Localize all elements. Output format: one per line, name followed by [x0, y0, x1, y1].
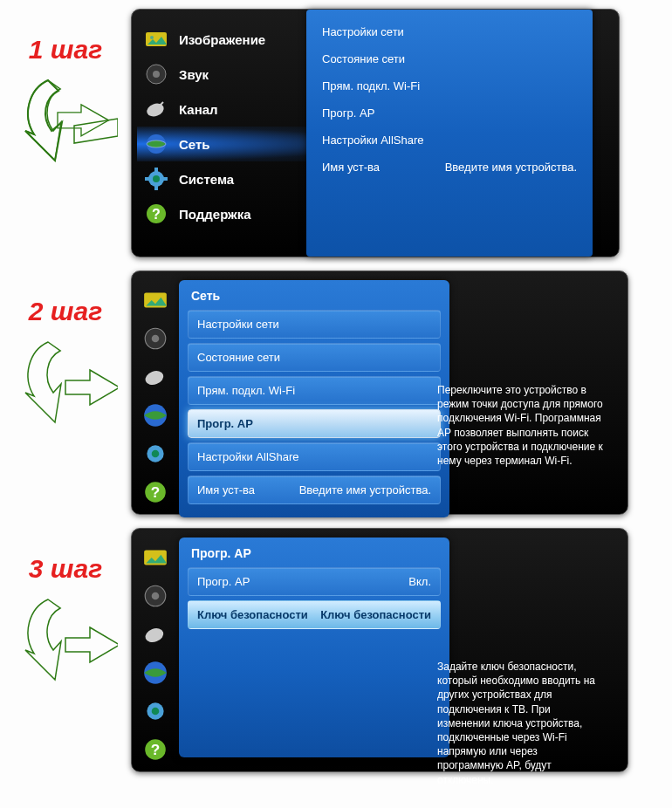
picture-icon	[144, 27, 168, 51]
side-menu-icons: ?	[142, 287, 174, 517]
globe-icon	[144, 132, 168, 156]
submenu-item-device[interactable]: Имя уст-ва Введите имя устройства.	[322, 161, 577, 174]
svg-point-4	[150, 36, 154, 39]
help-text: Переключите это устройство в режим точки…	[437, 383, 603, 468]
step-1-label: 1 шаг	[0, 35, 131, 65]
network-panel: Сеть Настройки сети Состояние сети Прям.…	[179, 280, 449, 517]
panel-title: Сеть	[191, 289, 441, 303]
menu-item-picture[interactable]: Изображение	[144, 22, 319, 57]
svg-text:?: ?	[152, 207, 161, 222]
row-softap-toggle[interactable]: Прогр. AP Вкл.	[188, 567, 441, 596]
submenu-item[interactable]: Настройки AllShare	[322, 134, 577, 147]
row-device-name[interactable]: Имя уст-ва Введите имя устройства.	[188, 476, 441, 504]
arrow-icon	[13, 335, 118, 431]
submenu-item[interactable]: Состояние сети	[322, 52, 577, 65]
svg-rect-16	[162, 177, 168, 181]
speaker-icon	[144, 62, 168, 86]
menu-item-support[interactable]: ? Поддержка	[144, 196, 319, 231]
globe-icon[interactable]	[142, 660, 168, 686]
svg-point-23	[143, 368, 165, 387]
submenu-item[interactable]: Прям. подкл. Wi-Fi	[322, 79, 577, 92]
row-security-key[interactable]: Ключ безопасности Ключ безопасности	[188, 600, 441, 629]
arrow-icon	[13, 592, 118, 688]
gear-icon[interactable]	[142, 441, 168, 467]
svg-point-32	[152, 592, 160, 600]
side-menu-icons: ?	[142, 544, 174, 775]
picture-icon[interactable]	[142, 544, 168, 571]
svg-rect-15	[145, 177, 150, 181]
row-soft-ap[interactable]: Прогр. AP	[188, 409, 441, 438]
svg-text:?: ?	[151, 483, 160, 501]
svg-text:?: ?	[151, 741, 160, 758]
speaker-icon[interactable]	[142, 325, 168, 352]
softap-panel: Прогр. AP Прогр. AP Вкл. Ключ безопаснос…	[179, 538, 449, 757]
svg-rect-13	[154, 168, 158, 173]
question-icon[interactable]: ?	[142, 736, 168, 763]
picture-icon[interactable]	[142, 287, 168, 313]
tv-screen-1: Изображение Звук Канал Сеть Система ? По…	[131, 9, 620, 257]
speaker-icon[interactable]	[142, 583, 168, 609]
submenu-item[interactable]: Прогр. AP	[322, 106, 577, 120]
gear-icon[interactable]	[142, 698, 168, 724]
menu-item-sound[interactable]: Звук	[144, 57, 319, 92]
panel-title: Прогр. AP	[191, 546, 441, 560]
svg-point-6	[153, 71, 160, 78]
svg-point-12	[153, 175, 160, 182]
menu-item-channel[interactable]: Канал	[144, 92, 319, 127]
dish-icon	[144, 97, 168, 121]
svg-point-33	[143, 626, 165, 644]
row-allshare[interactable]: Настройки AllShare	[188, 442, 441, 471]
submenu-item[interactable]: Настройки сети	[322, 25, 577, 38]
submenu-panel: Настройки сети Состояние сети Прям. подк…	[306, 10, 593, 257]
svg-marker-29	[65, 627, 118, 662]
svg-rect-14	[154, 185, 158, 190]
svg-marker-19	[65, 370, 118, 405]
tv-screen-2: ? Сеть Настройки сети Состояние сети Пря…	[131, 270, 628, 515]
help-text: Задайте ключ безопасности, который необх…	[437, 660, 603, 787]
row-net-settings[interactable]: Настройки сети	[188, 310, 441, 339]
question-icon[interactable]: ?	[142, 479, 168, 505]
menu-item-system[interactable]: Система	[144, 161, 319, 196]
menu-item-network[interactable]: Сеть	[144, 127, 319, 161]
globe-icon[interactable]	[142, 402, 168, 428]
dish-icon[interactable]	[142, 364, 168, 390]
tv-screen-3: ? Прогр. AP Прогр. AP Вкл. Ключ безопасн…	[131, 528, 628, 772]
step-2-label: 2 шаг	[0, 297, 131, 326]
svg-point-22	[152, 335, 160, 343]
row-wifi-direct[interactable]: Прям. подкл. Wi-Fi	[188, 376, 441, 405]
svg-marker-2	[58, 105, 109, 136]
row-net-status[interactable]: Состояние сети	[188, 343, 441, 372]
dish-icon[interactable]	[142, 621, 168, 647]
svg-point-26	[152, 450, 160, 458]
svg-point-36	[152, 708, 160, 716]
step-3-label: 3 шаг	[0, 554, 131, 584]
gear-icon	[144, 167, 168, 191]
main-menu: Изображение Звук Канал Сеть Система ? По…	[144, 22, 319, 231]
arrow-icon	[13, 73, 118, 169]
question-icon: ?	[144, 202, 168, 226]
